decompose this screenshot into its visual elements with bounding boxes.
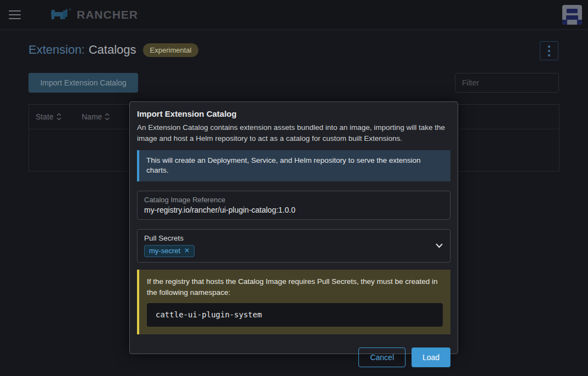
filter-input[interactable] xyxy=(455,73,559,93)
import-extension-catalog-modal: Import Extension Catalog An Extension Ca… xyxy=(129,101,458,354)
rancher-cow-icon xyxy=(49,7,72,22)
column-header-name[interactable]: Name xyxy=(82,112,110,121)
warning-banner: If the registry that hosts the Catalog I… xyxy=(137,270,450,335)
info-banner: This will create an Deployment, Service,… xyxy=(137,150,450,181)
load-button[interactable]: Load xyxy=(412,347,450,367)
page-title-prefix: Extension: xyxy=(28,43,85,57)
trademark-mark: ' xyxy=(138,12,139,17)
page-header: Extension: Catalogs Experimental xyxy=(28,43,560,57)
experimental-badge: Experimental xyxy=(143,43,199,57)
catalog-image-reference-field[interactable]: Catalog Image Reference my-registry.io/r… xyxy=(137,191,450,220)
page-actions-kebab-button[interactable] xyxy=(540,41,558,60)
namespace-code-block: cattle-ui-plugin-system xyxy=(147,303,443,327)
page-title: Extension: Catalogs xyxy=(28,43,136,57)
pull-secret-tag-label: my-secret xyxy=(149,247,180,255)
catalog-image-reference-value: my-registry.io/rancher/ui-plugin-catalog… xyxy=(144,206,443,214)
warning-banner-text: If the registry that hosts the Catalog I… xyxy=(147,276,443,299)
pull-secrets-label: Pull Secrets xyxy=(144,234,443,242)
sort-icon xyxy=(56,112,62,121)
brand-name: RANCHER xyxy=(77,8,138,21)
import-extension-catalog-button[interactable]: Import Extension Catalog xyxy=(28,73,138,93)
cancel-button[interactable]: Cancel xyxy=(358,347,406,367)
pull-secrets-select[interactable]: Pull Secrets my-secret ✕ xyxy=(137,229,450,263)
chevron-down-icon[interactable] xyxy=(435,243,443,248)
user-avatar[interactable] xyxy=(562,5,582,25)
sort-icon xyxy=(104,112,110,121)
catalog-image-reference-label: Catalog Image Reference xyxy=(144,196,443,204)
pull-secret-tag[interactable]: my-secret ✕ xyxy=(144,245,195,257)
rancher-logo: RANCHER ' xyxy=(49,7,139,22)
column-header-state[interactable]: State xyxy=(29,112,82,121)
modal-title: Import Extension Catalog xyxy=(137,109,450,118)
modal-description: An Extension Catalog contains extension … xyxy=(137,122,450,144)
rancher-app: RANCHER ' Extension: Catalogs Experiment… xyxy=(0,0,588,376)
remove-tag-icon[interactable]: ✕ xyxy=(184,247,190,254)
modal-footer: Cancel Load xyxy=(137,347,450,367)
top-nav-bar: RANCHER ' xyxy=(0,0,588,30)
hamburger-menu-icon[interactable] xyxy=(9,10,21,19)
page-title-main: Catalogs xyxy=(89,43,136,57)
